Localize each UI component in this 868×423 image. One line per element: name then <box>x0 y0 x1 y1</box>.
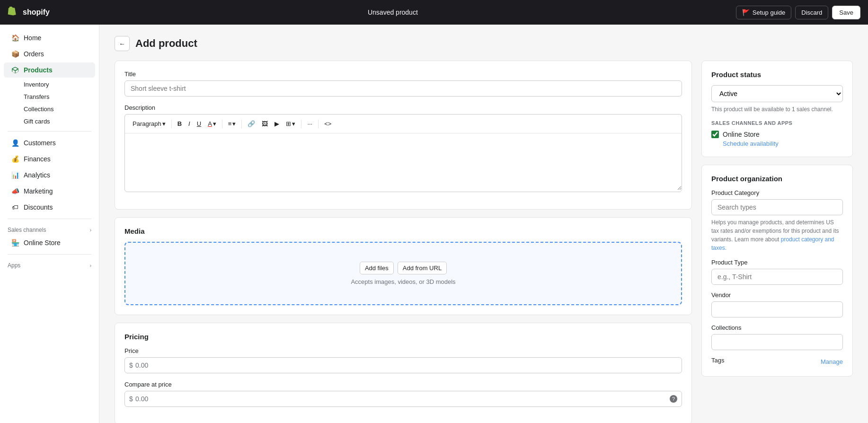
sidebar-item-orders[interactable]: 📦 Orders <box>4 46 95 62</box>
link-button[interactable]: 🔗 <box>245 118 258 129</box>
online-store-label: Online Store <box>723 131 760 138</box>
sidebar-item-gift-cards[interactable]: Gift cards <box>20 115 95 127</box>
setup-guide-button[interactable]: 🚩 Setup guide <box>736 6 791 19</box>
media-dropzone-actions: Add files Add from URL <box>135 262 672 274</box>
add-from-url-button[interactable]: Add from URL <box>398 262 447 274</box>
sidebar-item-finances[interactable]: 💰 Finances <box>4 151 95 167</box>
compare-price-help-icon[interactable]: ? <box>670 395 677 403</box>
product-type-label: Product Type <box>711 259 843 266</box>
customers-icon: 👤 <box>11 139 19 147</box>
toolbar-divider-1 <box>171 120 172 128</box>
media-title: Media <box>124 227 682 235</box>
sales-channels-label: SALES CHANNELS AND APPS <box>711 120 843 126</box>
online-store-checkbox[interactable] <box>711 131 719 138</box>
content-grid: Title Description Paragraph ▾ <box>115 61 853 423</box>
sidebar-item-customers[interactable]: 👤 Customers <box>4 135 95 150</box>
back-arrow-icon: ← <box>119 40 125 47</box>
source-code-button[interactable]: <> <box>321 118 334 129</box>
right-column: Product status Active Draft This product… <box>701 61 853 384</box>
page-title: Add product <box>135 37 197 50</box>
toolbar-divider-5 <box>318 120 319 128</box>
category-label: Product Category <box>711 189 843 196</box>
table-button[interactable]: ⊞ ▾ <box>283 118 298 129</box>
sidebar-item-products[interactable]: Products <box>4 62 95 78</box>
media-dropzone[interactable]: Add files Add from URL Accepts images, v… <box>124 242 682 305</box>
video-button[interactable]: ▶ <box>272 118 282 129</box>
dropdown-arrow-icon: ▾ <box>162 120 166 127</box>
title-label: Title <box>124 70 682 78</box>
sidebar-item-collections[interactable]: Collections <box>20 103 95 115</box>
back-button[interactable]: ← <box>115 36 130 51</box>
manage-tags-link[interactable]: Manage <box>821 358 843 365</box>
online-store-checkbox-row: Online Store <box>711 131 843 138</box>
sidebar-divider-2 <box>8 219 91 219</box>
title-field-group: Title <box>124 70 682 97</box>
align-button[interactable]: ≡ ▾ <box>225 118 239 129</box>
home-icon: 🏠 <box>11 34 19 42</box>
products-submenu: Inventory Transfers Collections Gift car… <box>0 79 99 127</box>
orders-icon: 📦 <box>11 50 19 58</box>
more-button[interactable]: ··· <box>304 118 315 129</box>
product-type-input[interactable] <box>711 269 843 285</box>
sidebar-item-analytics[interactable]: 📊 Analytics <box>4 167 95 183</box>
compare-price-input-wrap: $ ? <box>124 391 682 407</box>
left-column: Title Description Paragraph ▾ <box>115 61 692 423</box>
sidebar-item-transfers[interactable]: Transfers <box>20 91 95 103</box>
pricing-card: Pricing Price $ Compare at price $ <box>115 323 692 423</box>
price-input[interactable] <box>124 357 682 373</box>
schedule-availability-link[interactable]: Schedule availability <box>723 140 843 147</box>
status-select[interactable]: Active Draft <box>711 85 843 102</box>
description-textarea[interactable] <box>125 133 682 190</box>
analytics-icon: 📊 <box>11 171 19 179</box>
sales-channels-section[interactable]: Sales channels › <box>0 223 99 235</box>
sidebar-item-home[interactable]: 🏠 Home <box>4 30 95 45</box>
description-label: Description <box>124 104 682 111</box>
marketing-icon: 📣 <box>11 187 19 195</box>
sidebar-item-online-store[interactable]: 🏪 Online Store <box>4 235 95 250</box>
bold-button[interactable]: B <box>175 118 185 129</box>
sidebar: 🏠 Home 📦 Orders Products Inventory Trans… <box>0 25 99 423</box>
title-input[interactable] <box>124 80 682 97</box>
price-field-group: Price $ <box>124 347 682 373</box>
price-label: Price <box>124 347 682 354</box>
sidebar-item-inventory[interactable]: Inventory <box>20 79 95 90</box>
table-dropdown-icon: ▾ <box>292 120 295 127</box>
sidebar-divider-1 <box>8 131 91 132</box>
sidebar-item-discounts[interactable]: 🏷 Discounts <box>4 200 95 215</box>
save-button[interactable]: Save <box>832 6 860 19</box>
vendor-input[interactable] <box>711 301 843 317</box>
flag-icon: 🚩 <box>742 9 750 16</box>
vendor-label: Vendor <box>711 291 843 299</box>
discard-button[interactable]: Discard <box>795 6 828 19</box>
page-unsaved-label: Unsaved product <box>368 9 418 16</box>
sidebar-divider-3 <box>8 254 91 255</box>
chevron-right-icon: › <box>90 228 91 233</box>
category-description: Helps you manage products, and determine… <box>711 218 843 252</box>
chevron-right-icon-apps: › <box>90 263 91 268</box>
tags-label: Tags <box>711 357 724 364</box>
image-button[interactable]: 🖼 <box>259 118 271 129</box>
topbar: shopify Unsaved product 🚩 Setup guide Di… <box>0 0 868 25</box>
align-dropdown-icon: ▾ <box>232 120 236 127</box>
description-field-group: Description Paragraph ▾ B I U <box>124 104 682 192</box>
media-accepts-text: Accepts images, videos, or 3D models <box>135 278 672 285</box>
logo: shopify <box>8 7 50 18</box>
price-prefix: $ <box>129 361 133 369</box>
collections-input[interactable] <box>711 334 843 350</box>
title-description-card: Title Description Paragraph ▾ <box>115 61 692 210</box>
category-input[interactable] <box>711 199 843 215</box>
sidebar-item-marketing[interactable]: 📣 Marketing <box>4 184 95 199</box>
text-color-button[interactable]: A ▾ <box>205 118 219 129</box>
add-files-button[interactable]: Add files <box>360 262 394 274</box>
underline-button[interactable]: U <box>194 118 204 129</box>
paragraph-dropdown[interactable]: Paragraph ▾ <box>130 118 168 129</box>
apps-section[interactable]: Apps › <box>0 258 99 271</box>
products-icon <box>11 66 19 74</box>
rte-toolbar: Paragraph ▾ B I U A ▾ <box>125 115 682 133</box>
main-content: ← Add product Title Description <box>99 25 868 423</box>
italic-button[interactable]: I <box>186 118 193 129</box>
toolbar-divider-2 <box>222 120 222 128</box>
compare-price-field-group: Compare at price $ ? <box>124 381 682 407</box>
product-status-card: Product status Active Draft This product… <box>701 61 853 157</box>
compare-price-input[interactable] <box>124 391 682 407</box>
